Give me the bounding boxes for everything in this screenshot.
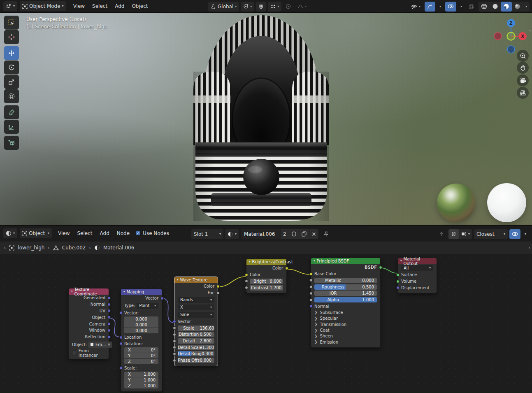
tool-annotate[interactable] <box>4 105 19 119</box>
rotation-z-field[interactable]: Z0° <box>124 359 158 364</box>
from-instancer-row[interactable]: From Instancer <box>69 349 109 357</box>
pin-icon[interactable] <box>323 231 329 237</box>
output-camera[interactable]: Camera <box>69 321 109 327</box>
socket-uv[interactable] <box>107 309 111 312</box>
socket-contrast[interactable] <box>245 286 248 289</box>
socket-alpha[interactable] <box>309 298 313 302</box>
socket-vector-in[interactable] <box>173 320 176 323</box>
shader-menu-select[interactable]: Select <box>74 228 96 238</box>
socket-roughness[interactable] <box>309 285 313 288</box>
vector-z-field[interactable]: 0.000 <box>124 328 158 333</box>
output-bsdf[interactable]: BSDF <box>311 264 380 271</box>
node-texture-coordinate[interactable]: ▾ Texture Coordinate Generated Normal UV… <box>68 288 109 359</box>
tool-rotate[interactable] <box>4 60 19 74</box>
socket-normal[interactable] <box>309 305 313 308</box>
section-specular[interactable]: ❯Specular <box>311 316 380 321</box>
socket-ior[interactable] <box>309 292 313 295</box>
output-target-dropdown[interactable]: All▾ <box>401 265 433 271</box>
gizmo-x-axis[interactable]: X <box>518 32 527 40</box>
material-users-count[interactable]: 2 <box>280 229 289 239</box>
node-wave-texture[interactable]: ▾ Wave Texture Color Fac Bands▾ X▾ Sine▾… <box>174 277 218 366</box>
node-overlays-toggle[interactable] <box>509 229 520 239</box>
distortion-field[interactable]: Distortion0.500 <box>178 332 214 337</box>
tool-tweak-select[interactable] <box>4 16 19 30</box>
vector-x-field[interactable]: 0.000 <box>124 316 158 322</box>
socket-scale[interactable] <box>173 326 176 330</box>
output-color[interactable]: Color <box>246 265 286 272</box>
node-principled-bsdf[interactable]: ▾ Principled BSDF BSDF Base Color Metall… <box>311 258 381 348</box>
socket-vector-out[interactable] <box>160 297 164 300</box>
output-color[interactable]: Color <box>174 283 218 290</box>
shader-menu-view[interactable]: View <box>54 228 73 238</box>
scale-x-field[interactable]: X1.000 <box>124 372 158 377</box>
snap-target-dropdown[interactable]: ▾ <box>268 2 281 12</box>
transform-orientation-dropdown[interactable]: Global ▾ <box>208 2 239 12</box>
socket-fac-out[interactable] <box>216 291 220 295</box>
shader-menu-add[interactable]: Add <box>96 228 113 238</box>
output-vector[interactable]: Vector <box>121 295 162 302</box>
go-to-parent-node-tree-button[interactable] <box>436 229 447 239</box>
socket-bsdf-out[interactable] <box>379 266 382 269</box>
section-emission[interactable]: ❯Emission <box>311 339 380 345</box>
socket-object[interactable] <box>107 316 111 319</box>
shader-menu-node[interactable]: Node <box>113 228 133 238</box>
shading-rendered-button[interactable] <box>512 2 523 12</box>
show-gizmo-dropdown[interactable]: ▾ <box>437 2 444 12</box>
checkbox-unchecked-icon[interactable] <box>72 351 76 355</box>
xray-toggle[interactable] <box>466 2 477 12</box>
pan-button[interactable] <box>517 62 529 74</box>
socket-scale[interactable] <box>119 366 123 370</box>
node-brightness-contrast[interactable]: ▾ Brightness/Contrast Color Color Bright… <box>246 258 287 293</box>
roughness-field[interactable]: Roughness0.500 <box>314 284 377 290</box>
detail-roughness-field[interactable]: Detail Roug0.300 <box>178 351 214 356</box>
socket-camera[interactable] <box>107 322 111 326</box>
socket-vector-in[interactable] <box>119 311 123 314</box>
show-overlays-dropdown[interactable]: ▾ <box>458 2 465 12</box>
socket-normal[interactable] <box>107 303 111 306</box>
node-material-output[interactable]: ▾ Material Output All▾ Surface Volume Di… <box>397 258 437 293</box>
menu-object[interactable]: Object <box>128 1 151 11</box>
mapping-type-dropdown[interactable]: Point▾ <box>137 303 158 309</box>
node-snap-toggle[interactable] <box>448 229 459 239</box>
menu-view[interactable]: View <box>70 1 88 11</box>
show-overlays-toggle[interactable] <box>445 2 456 12</box>
menu-select[interactable]: Select <box>88 1 111 11</box>
socket-color-in[interactable] <box>245 273 248 277</box>
socket-bright[interactable] <box>245 279 248 283</box>
breadcrumb-material[interactable]: Material.006 <box>103 245 134 251</box>
detail-field[interactable]: Detail2.800 <box>178 338 214 344</box>
output-fac[interactable]: Fac <box>174 290 218 296</box>
metallic-field[interactable]: Metallic0.000 <box>314 278 377 283</box>
bright-field[interactable]: Bright0.000 <box>250 279 283 284</box>
ior-field[interactable]: IOR1.450 <box>314 291 377 296</box>
socket-surface[interactable] <box>396 273 400 277</box>
output-generated[interactable]: Generated <box>69 295 109 301</box>
fake-user-button[interactable] <box>289 229 299 239</box>
use-nodes-checkbox[interactable]: ✓ Use Nodes <box>136 230 169 236</box>
section-transmission[interactable]: ❯Transmission <box>311 321 380 327</box>
socket-detail-scale[interactable] <box>173 346 176 349</box>
shading-wireframe-button[interactable] <box>479 2 490 12</box>
node-overlays-dropdown[interactable]: ▾ <box>522 229 529 239</box>
3d-viewport[interactable]: User Perspective (Local) (1) Scene Colle… <box>0 13 532 225</box>
shading-dropdown[interactable]: ▾ <box>523 2 530 12</box>
socket-displacement[interactable] <box>396 286 400 289</box>
tool-cursor[interactable] <box>4 30 19 44</box>
gizmo-z-axis[interactable]: Z <box>507 19 515 27</box>
contrast-field[interactable]: Contrast1.700 <box>250 285 283 291</box>
object-picker-field[interactable]: Em... ✕ <box>88 342 112 348</box>
toggle-perspective-button[interactable] <box>517 87 529 99</box>
vector-y-field[interactable]: 0.000 <box>124 322 158 328</box>
wave-type-dropdown[interactable]: Bands▾ <box>178 297 214 303</box>
rotation-y-field[interactable]: Y0° <box>124 353 158 358</box>
tool-scale[interactable] <box>4 75 19 89</box>
socket-color-out[interactable] <box>285 267 288 270</box>
socket-metallic[interactable] <box>309 279 313 282</box>
menu-add[interactable]: Add <box>111 1 128 11</box>
shader-type-dropdown[interactable]: Object ▾ <box>20 228 52 238</box>
socket-color-out[interactable] <box>216 285 220 288</box>
mode-dropdown[interactable]: Object Mode ▾ <box>20 1 66 11</box>
socket-generated[interactable] <box>107 296 111 300</box>
socket-location[interactable] <box>119 336 123 339</box>
shading-solid-button[interactable] <box>490 2 501 12</box>
